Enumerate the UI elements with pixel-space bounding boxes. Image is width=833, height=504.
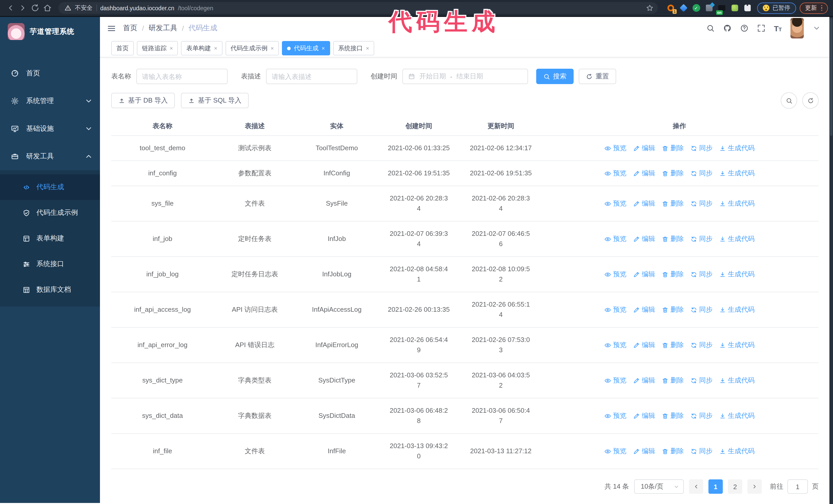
action-generate-link[interactable]: 生成代码: [719, 340, 755, 350]
date-range-picker[interactable]: 开始日期 - 结束日期: [402, 69, 528, 84]
home-icon[interactable]: [43, 4, 52, 12]
action-edit-link[interactable]: 编辑: [633, 411, 655, 421]
fullscreen-icon[interactable]: [757, 24, 765, 32]
table-name-input[interactable]: [136, 69, 228, 84]
breadcrumb-tools[interactable]: 研发工具: [149, 24, 177, 33]
action-generate-link[interactable]: 生成代码: [719, 198, 755, 209]
page-button-1[interactable]: 1: [709, 479, 723, 494]
sidebar-item-2[interactable]: 基础设施: [0, 115, 100, 143]
breadcrumb-home[interactable]: 首页: [123, 24, 137, 33]
action-delete-link[interactable]: 删除: [662, 198, 684, 209]
goto-page-input[interactable]: [787, 479, 808, 494]
action-delete-link[interactable]: 删除: [662, 143, 684, 153]
close-icon[interactable]: ×: [170, 45, 173, 51]
reload-icon[interactable]: [31, 4, 40, 12]
toggle-search-button[interactable]: [781, 92, 797, 109]
logo-row[interactable]: 芋道管理系统: [0, 17, 100, 46]
kebab-menu-icon[interactable]: [821, 5, 822, 11]
tab-3[interactable]: 代码生成示例×: [225, 41, 279, 55]
extension-ring-icon[interactable]: 1: [666, 4, 674, 12]
action-sync-link[interactable]: 同步: [690, 198, 713, 209]
tab-5[interactable]: 系统接口×: [333, 41, 375, 55]
submenu-item-3[interactable]: 系统接口: [0, 251, 100, 277]
action-sync-link[interactable]: 同步: [690, 446, 713, 456]
action-delete-link[interactable]: 删除: [662, 234, 684, 244]
extension-dark-icon[interactable]: on: [718, 4, 726, 12]
prev-page-button[interactable]: [689, 479, 703, 494]
github-icon[interactable]: [723, 24, 731, 32]
hamburger-icon[interactable]: [107, 24, 116, 32]
font-size-icon[interactable]: TT: [774, 24, 782, 32]
action-sync-link[interactable]: 同步: [690, 234, 713, 244]
action-preview-link[interactable]: 预览: [604, 305, 626, 315]
chevron-down-icon[interactable]: [812, 24, 821, 32]
action-generate-link[interactable]: 生成代码: [719, 305, 755, 315]
action-delete-link[interactable]: 删除: [662, 168, 684, 178]
action-sync-link[interactable]: 同步: [690, 340, 713, 350]
browser-update-button[interactable]: 更新: [800, 2, 828, 14]
reset-button[interactable]: 重置: [579, 69, 616, 84]
forward-icon[interactable]: [19, 4, 27, 12]
close-icon[interactable]: ×: [214, 45, 217, 51]
action-delete-link[interactable]: 删除: [662, 269, 684, 280]
action-generate-link[interactable]: 生成代码: [719, 446, 755, 456]
action-edit-link[interactable]: 编辑: [633, 168, 655, 178]
action-edit-link[interactable]: 编辑: [633, 234, 655, 244]
action-delete-link[interactable]: 删除: [662, 375, 684, 386]
tab-1[interactable]: 链路追踪×: [137, 41, 178, 55]
tab-2[interactable]: 表单构建×: [181, 41, 222, 55]
action-delete-link[interactable]: 删除: [662, 340, 684, 350]
sidebar-item-1[interactable]: 系统管理: [0, 87, 100, 115]
next-page-button[interactable]: [747, 479, 762, 494]
action-preview-link[interactable]: 预览: [604, 446, 626, 456]
refresh-table-button[interactable]: [802, 92, 819, 109]
table-desc-input[interactable]: [266, 69, 357, 84]
avatar[interactable]: [790, 18, 804, 39]
help-icon[interactable]: [740, 24, 748, 32]
action-sync-link[interactable]: 同步: [690, 168, 713, 178]
action-generate-link[interactable]: 生成代码: [719, 411, 755, 421]
tab-4[interactable]: 代码生成×: [282, 41, 330, 55]
action-sync-link[interactable]: 同步: [690, 269, 713, 280]
scrollbar[interactable]: [829, 17, 833, 504]
action-edit-link[interactable]: 编辑: [633, 305, 655, 315]
action-preview-link[interactable]: 预览: [604, 198, 626, 209]
action-preview-link[interactable]: 预览: [604, 168, 626, 178]
paused-profile-badge[interactable]: 已暂停: [757, 2, 796, 14]
action-delete-link[interactable]: 删除: [662, 446, 684, 456]
back-icon[interactable]: [6, 4, 15, 12]
close-icon[interactable]: ×: [322, 45, 325, 51]
bookmark-star-icon[interactable]: [646, 4, 653, 12]
close-icon[interactable]: ×: [366, 45, 369, 51]
action-edit-link[interactable]: 编辑: [633, 198, 655, 209]
action-generate-link[interactable]: 生成代码: [719, 143, 755, 153]
action-edit-link[interactable]: 编辑: [633, 446, 655, 456]
extension-gem-icon[interactable]: [679, 4, 687, 12]
action-preview-link[interactable]: 预览: [604, 340, 626, 350]
action-preview-link[interactable]: 预览: [604, 375, 626, 386]
search-icon[interactable]: [706, 24, 714, 32]
action-generate-link[interactable]: 生成代码: [719, 269, 755, 280]
action-edit-link[interactable]: 编辑: [633, 269, 655, 280]
extension-android-icon[interactable]: [731, 4, 739, 12]
sidebar-item-3[interactable]: 研发工具: [0, 143, 100, 170]
action-preview-link[interactable]: 预览: [604, 411, 626, 421]
tab-0[interactable]: 首页: [111, 41, 134, 55]
action-sync-link[interactable]: 同步: [690, 375, 713, 386]
page-size-select[interactable]: 10条/页: [634, 479, 684, 494]
submenu-item-2[interactable]: 表单构建: [0, 225, 100, 251]
action-edit-link[interactable]: 编辑: [633, 375, 655, 386]
action-sync-link[interactable]: 同步: [690, 143, 713, 153]
address-bar[interactable]: 不安全 dashboard.yudao.iocoder.cn/tool/code…: [58, 2, 658, 14]
scrollbar-thumb[interactable]: [830, 18, 832, 136]
action-generate-link[interactable]: 生成代码: [719, 168, 755, 178]
submenu-item-1[interactable]: 代码生成示例: [0, 200, 100, 225]
action-sync-link[interactable]: 同步: [690, 305, 713, 315]
action-edit-link[interactable]: 编辑: [633, 340, 655, 350]
action-generate-link[interactable]: 生成代码: [719, 234, 755, 244]
extension-check-icon[interactable]: ✓: [692, 4, 700, 12]
action-delete-link[interactable]: 删除: [662, 411, 684, 421]
close-icon[interactable]: ×: [271, 45, 274, 51]
action-preview-link[interactable]: 预览: [604, 234, 626, 244]
import-db-button[interactable]: 基于 DB 导入: [111, 93, 175, 108]
